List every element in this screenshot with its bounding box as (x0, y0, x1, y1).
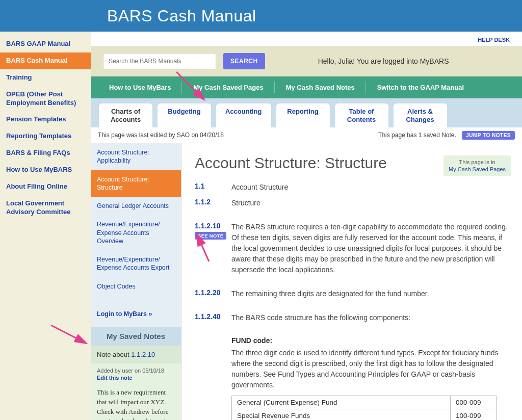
section-nav-item[interactable]: Revenue/Expenditure/ Expense Accounts Ov… (91, 215, 181, 250)
section-nav-item[interactable]: General Ledger Accounts (91, 197, 181, 215)
main-container: BARS GAAP ManualBARS Cash ManualTraining… (0, 32, 522, 420)
section-nav-item[interactable]: Account Structure: Structure (91, 170, 181, 197)
mybars-nav: How to Use MyBarsMy Cash Saved PagesMy C… (91, 76, 522, 98)
tab[interactable]: Reporting (276, 103, 330, 127)
helpdesk-link[interactable]: HELP DESK (478, 37, 510, 43)
fund-range: 000-009 (451, 396, 497, 409)
page-banner-title: BARS Cash Manual (107, 7, 256, 25)
section-nav-item[interactable]: Account Structure: Applicability (91, 143, 181, 170)
saved-notes-header: My Saved Notes (91, 327, 181, 346)
note-added-text: Added by user on 05/10/18 (97, 368, 164, 374)
leftnav-item[interactable]: BARS Cash Manual (0, 52, 91, 69)
note-body-text: This is a new requirement that will impa… (97, 388, 175, 420)
mybars-nav-item[interactable]: My Cash Saved Pages (182, 76, 274, 98)
fund-heading: FUND code: (231, 336, 509, 345)
saved-page-badge: This page is in My Cash Saved Pages (443, 155, 511, 176)
tab[interactable]: Accounting (216, 103, 271, 127)
edit-note-link[interactable]: Edit this note (97, 375, 175, 381)
jump-to-notes-button[interactable]: JUMP TO NOTES (462, 131, 515, 140)
mybars-nav-item[interactable]: My Cash Saved Notes (275, 76, 366, 98)
fund-name: Special Revenue Funds (232, 409, 451, 420)
paragraph-text: The BARS structure requires a ten-digit … (231, 222, 509, 275)
leftnav-item[interactable]: OPEB (Other Post Employment Benefits) (0, 86, 91, 112)
paragraph-text: The BARS code structure has the followin… (231, 312, 509, 323)
leftnav-item[interactable]: Local Government Advisory Committee (0, 195, 91, 221)
helpdesk-bar: HELP DESK (91, 32, 522, 46)
search-button[interactable]: SEARCH (223, 53, 265, 69)
main-content: This page is in My Cash Saved Pages Acco… (181, 143, 522, 420)
badge-line1: This page is in (459, 159, 495, 165)
paragraph-text: The remaining three digits are designate… (231, 288, 509, 299)
mybars-nav-item[interactable]: Switch to the GAAP Manual (366, 76, 475, 98)
fund-text: The three digit code is used to identify… (231, 348, 509, 390)
section-sidebar: Account Structure: ApplicabilityAccount … (91, 143, 181, 420)
leftnav-item[interactable]: About Filing Online (0, 178, 91, 195)
section-nav-item[interactable]: Revenue/Expenditure/ Expense Accounts Ex… (91, 250, 181, 277)
status-bar: This page was last edited by SAO on 04/2… (91, 127, 522, 143)
note-title: Note about 1.1.2.10 (91, 346, 181, 363)
top-banner: BARS Cash Manual (0, 0, 522, 32)
paragraph-number: 1.1.2.40 (195, 312, 231, 323)
leftnav-item[interactable]: BARS & Filing FAQs (0, 145, 91, 162)
paragraph-number: 1.1.2.20 (195, 288, 231, 299)
search-bar: SEARCH Hello, Julia! You are logged into… (91, 46, 522, 76)
note-body: This is a new requirement that will impa… (91, 383, 181, 420)
section-number: 1.1 (195, 182, 231, 193)
leftnav-item[interactable]: Pension Templates (0, 111, 91, 128)
mybars-nav-item[interactable]: How to Use MyBars (98, 76, 182, 98)
content-wrap: Account Structure: ApplicabilityAccount … (91, 143, 522, 420)
badge-link[interactable]: My Cash Saved Pages (449, 166, 506, 173)
paragraph-number: 1.1.2.10SEE NOTE (195, 222, 231, 275)
leftnav-item[interactable]: Training (0, 69, 91, 86)
tab[interactable]: Alerts &Changes (394, 103, 447, 127)
greeting-text: Hello, Julia! You are logged into MyBARS (318, 57, 449, 65)
note-title-prefix: Note about (97, 351, 131, 358)
leftnav-item[interactable]: Reporting Templates (0, 128, 91, 145)
last-edited-text: This page was last edited by SAO on 04/2… (98, 132, 224, 139)
fund-table: General (Current Expense) Fund000-009Spe… (231, 396, 497, 420)
fund-range: 100-099 (451, 409, 497, 420)
right-column: HELP DESK SEARCH Hello, Julia! You are l… (91, 32, 522, 420)
section-nav-item[interactable]: Object Codes (91, 277, 181, 296)
tab[interactable]: Table ofContents (335, 103, 388, 127)
note-title-link[interactable]: 1.1.2.10 (131, 351, 155, 358)
note-meta: Added by user on 05/10/18 Edit this note (91, 363, 181, 383)
search-input[interactable] (103, 53, 216, 69)
tabs-row: Charts ofAccountsBudgetingAccountingRepo… (91, 98, 522, 127)
fund-name: General (Current Expense) Fund (232, 396, 451, 409)
table-row: General (Current Expense) Fund000-009 (232, 396, 497, 409)
leftnav-item[interactable]: How to Use MyBARS (0, 162, 91, 178)
login-mybars-link[interactable]: Login to MyBars » (91, 301, 181, 327)
notes-status: This page has 1 saved Note. JUMP TO NOTE… (378, 132, 515, 139)
leftnav-item[interactable]: BARS GAAP Manual (0, 36, 91, 52)
section-label: Structure (231, 198, 509, 208)
table-row: Special Revenue Funds100-099 (232, 409, 497, 420)
tab[interactable]: Charts ofAccounts (99, 103, 152, 127)
tab[interactable]: Budgeting (158, 103, 211, 127)
notes-count-text: This page has 1 saved Note. (378, 132, 456, 139)
section-number: 1.1.2 (195, 198, 231, 208)
left-nav: BARS GAAP ManualBARS Cash ManualTraining… (0, 32, 91, 420)
see-note-badge[interactable]: SEE NOTE (195, 232, 226, 240)
section-label: Account Structure (231, 182, 509, 193)
